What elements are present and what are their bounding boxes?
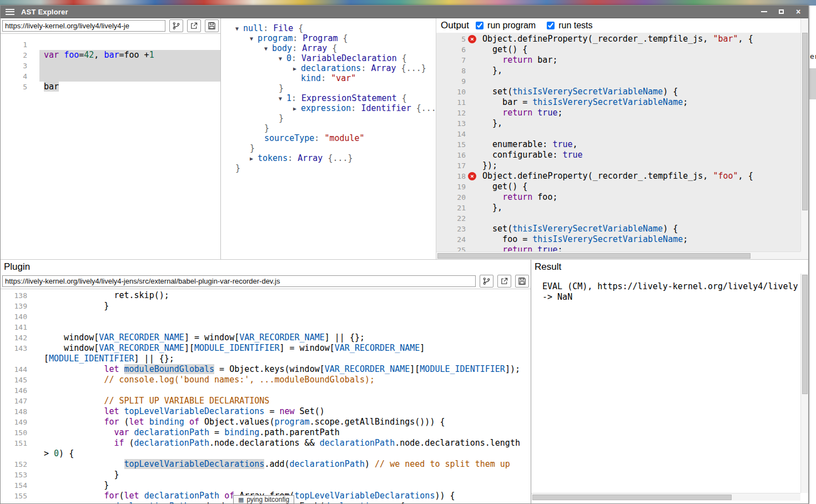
line-number: 139 xyxy=(1,301,27,311)
code-line: 5bar xyxy=(1,82,220,92)
maximize-button[interactable] xyxy=(774,7,788,17)
code-token: foo xyxy=(64,50,79,60)
result-panel: Result EVAL (CM), https://lively-kernel.… xyxy=(531,260,808,503)
line-number: 7 xyxy=(436,55,466,65)
code-text xyxy=(39,322,531,332)
code-line: 7 return bar; xyxy=(436,55,808,65)
plugin-url-input[interactable] xyxy=(2,275,476,287)
run-tests-checkbox[interactable] xyxy=(547,22,555,29)
code-token: : xyxy=(321,73,331,83)
ast-node-line: } xyxy=(221,123,436,133)
expand-arrow-icon[interactable]: ▶ xyxy=(250,154,258,164)
code-token xyxy=(44,375,104,385)
code-token: } xyxy=(44,480,109,490)
code-line: 13 }, xyxy=(436,118,808,129)
plugin-title: Plugin xyxy=(1,260,531,274)
scrollbar-thumb[interactable] xyxy=(532,495,732,500)
run-tests-label: run tests xyxy=(558,21,592,31)
line-number: 8 xyxy=(436,65,466,76)
expand-arrow-icon[interactable]: ▶ xyxy=(293,104,301,114)
code-token: return xyxy=(502,192,532,202)
line-number: 2 xyxy=(1,50,27,61)
error-icon[interactable]: × xyxy=(468,172,476,180)
output-code[interactable]: 5×Object.defineProperty(_recorder_.tempf… xyxy=(436,33,808,251)
collapse-arrow-icon[interactable]: ▼ xyxy=(250,34,258,44)
code-token: let xyxy=(104,406,119,416)
error-icon[interactable]: × xyxy=(468,35,476,43)
scrollbar-thumb[interactable] xyxy=(802,33,808,210)
code-token: : xyxy=(292,43,302,53)
code-line: 11 bar = thisIsVererySecretVariableName; xyxy=(436,97,808,108)
minimize-button[interactable] xyxy=(757,7,771,17)
code-token: 42 xyxy=(84,50,94,60)
collapse-arrow-icon[interactable]: ▼ xyxy=(264,44,272,54)
code-token: sourceType xyxy=(264,133,314,143)
code-token: "foo" xyxy=(713,171,738,181)
source-url-input[interactable] xyxy=(2,20,165,32)
line-number: 154 xyxy=(1,480,27,491)
code-token: = xyxy=(209,427,224,437)
code-token: ] || {}; xyxy=(134,354,174,364)
code-token: }); xyxy=(482,160,497,170)
collapse-arrow-icon[interactable]: ▼ xyxy=(279,54,286,64)
collapse-arrow-icon[interactable]: ▼ xyxy=(235,24,243,34)
run-program-checkbox[interactable] xyxy=(476,22,483,29)
code-token: }, xyxy=(482,65,502,75)
code-line: > 0) { xyxy=(1,448,531,459)
code-token: program xyxy=(258,33,293,43)
version-branch-button[interactable] xyxy=(169,19,183,32)
code-token: for xyxy=(104,417,119,427)
source-code-editor[interactable]: 12var foo=42, bar=foo +1345bar xyxy=(1,34,220,259)
code-token: + xyxy=(139,50,149,60)
code-token: declarationPath xyxy=(134,427,209,437)
scrollbar-thumb[interactable] xyxy=(437,253,750,259)
code-token xyxy=(44,459,124,469)
code-token: true xyxy=(552,139,572,149)
background-window-titlebar-fragment[interactable]: ▦ pying bitconfig xyxy=(233,495,294,504)
result-line: -> NaN xyxy=(542,292,804,303)
error-slot xyxy=(466,139,479,150)
code-token: null xyxy=(243,23,263,33)
version-branch-button[interactable] xyxy=(480,275,493,288)
result-vertical-scrollbar[interactable] xyxy=(800,274,808,493)
code-token: var xyxy=(44,50,59,60)
code-line: 4 xyxy=(1,71,220,82)
code-token xyxy=(532,108,537,118)
save-button[interactable] xyxy=(205,19,219,32)
code-token: thisIsVererySecretVariableName xyxy=(532,234,683,244)
code-token: }, xyxy=(482,203,502,213)
code-token xyxy=(44,406,104,416)
code-line: 25 return true; xyxy=(436,245,808,251)
code-token: return xyxy=(502,55,532,65)
window-titlebar[interactable]: AST Explorer × xyxy=(1,6,808,18)
output-horizontal-scrollbar[interactable] xyxy=(436,251,800,259)
code-line: 15 enumerable: true, xyxy=(436,139,808,150)
save-button[interactable] xyxy=(515,275,529,288)
output-vertical-scrollbar[interactable] xyxy=(800,18,808,251)
error-slot xyxy=(466,160,479,171)
scrollbar-thumb[interactable] xyxy=(802,275,808,394)
line-number: 144 xyxy=(1,364,27,375)
error-marker-slot: × xyxy=(466,171,479,182)
plugin-code-editor[interactable]: 138 ret.skip();139 }140141142 window[VAR… xyxy=(1,289,531,503)
code-token: .node.declarations.length xyxy=(395,438,520,448)
code-token: ) { xyxy=(59,448,74,458)
close-button[interactable]: × xyxy=(791,7,805,17)
code-line: 149 for (let binding of Object.values(pr… xyxy=(1,417,531,427)
code-token: let xyxy=(129,417,144,427)
code-text xyxy=(479,129,808,139)
collapse-arrow-icon[interactable]: ▼ xyxy=(279,94,286,104)
error-slot xyxy=(466,65,479,76)
line-number xyxy=(1,354,27,364)
open-external-button[interactable] xyxy=(497,275,511,288)
result-horizontal-scrollbar[interactable] xyxy=(531,493,800,501)
menu-icon[interactable] xyxy=(6,9,14,15)
ast-tree[interactable]: ▼null: File {▼program: Program {▼body: A… xyxy=(221,18,436,173)
expand-arrow-icon[interactable]: ▶ xyxy=(293,64,301,74)
output-panel: Output run program run tests 5×Object.de… xyxy=(436,18,808,259)
code-token: window[ xyxy=(44,343,99,353)
open-external-button[interactable] xyxy=(187,19,201,32)
code-text: get() { xyxy=(479,44,808,55)
code-token: true xyxy=(563,150,583,160)
code-token: bar xyxy=(104,50,119,60)
